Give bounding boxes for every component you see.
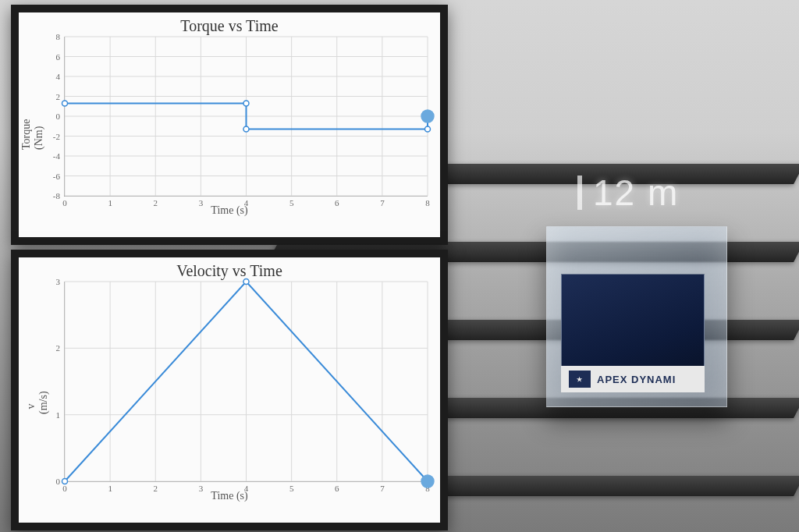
svg-text:7: 7 xyxy=(380,484,385,493)
svg-text:5: 5 xyxy=(289,198,294,207)
svg-text:1: 1 xyxy=(108,484,112,493)
x-axis-label: Time (s) xyxy=(19,490,440,502)
svg-text:6: 6 xyxy=(335,484,339,493)
chart-title: Velocity vs Time xyxy=(19,262,440,280)
svg-text:5: 5 xyxy=(289,484,294,493)
svg-text:7: 7 xyxy=(380,198,385,207)
torque-plot-area: 012345678-8-6-4-202468 xyxy=(64,37,428,197)
svg-text:8: 8 xyxy=(56,32,61,41)
svg-text:2: 2 xyxy=(56,92,61,101)
x-axis-label: Time (s) xyxy=(19,204,440,217)
y-axis-label: v (m/s) xyxy=(25,399,50,414)
chart-title: Torque vs Time xyxy=(19,17,440,35)
svg-text:0: 0 xyxy=(62,484,67,493)
svg-text:-6: -6 xyxy=(53,172,61,181)
svg-text:3: 3 xyxy=(199,198,204,207)
svg-text:4: 4 xyxy=(244,484,249,493)
svg-point-37 xyxy=(243,101,249,106)
svg-text:4: 4 xyxy=(56,72,61,81)
svg-point-41 xyxy=(421,110,434,122)
svg-text:0: 0 xyxy=(56,477,61,486)
svg-point-69 xyxy=(243,279,249,285)
velocity-plot-area: 0123456780123 xyxy=(64,282,428,482)
svg-text:-4: -4 xyxy=(53,151,61,161)
y-axis-label: Torque (Nm) xyxy=(20,134,45,150)
svg-text:4: 4 xyxy=(244,198,249,207)
torque-chart-panel: Torque vs Time Torque (Nm) 012345678-8-6… xyxy=(11,5,448,245)
eu-stars-icon: ★ xyxy=(569,371,591,388)
svg-point-36 xyxy=(62,101,68,106)
simulation-scene: 12 m ★ APEX DYNAMI Torque vs Time Torque… xyxy=(0,0,799,532)
svg-text:2: 2 xyxy=(154,198,158,207)
svg-text:8: 8 xyxy=(425,198,430,207)
svg-text:3: 3 xyxy=(56,277,61,286)
svg-text:0: 0 xyxy=(56,112,61,121)
svg-text:6: 6 xyxy=(335,198,339,207)
glass-cube: ★ APEX DYNAMI xyxy=(546,226,727,407)
svg-text:6: 6 xyxy=(56,52,61,62)
svg-point-68 xyxy=(62,479,68,484)
svg-text:1: 1 xyxy=(56,410,61,420)
svg-text:2: 2 xyxy=(56,343,61,353)
svg-point-38 xyxy=(243,126,249,132)
svg-text:2: 2 xyxy=(154,484,158,493)
svg-text:-8: -8 xyxy=(53,191,61,200)
cube-brand-text: APEX DYNAMI xyxy=(597,374,676,385)
cube-brand-plate: ★ APEX DYNAMI xyxy=(561,366,705,392)
svg-point-71 xyxy=(421,475,434,488)
svg-text:0: 0 xyxy=(62,198,67,207)
svg-text:-2: -2 xyxy=(53,132,60,141)
svg-text:3: 3 xyxy=(199,484,204,493)
velocity-chart-panel: Velocity vs Time v (m/s) 0123456780123 T… xyxy=(11,250,448,530)
svg-text:1: 1 xyxy=(108,198,112,207)
svg-point-39 xyxy=(425,126,431,132)
